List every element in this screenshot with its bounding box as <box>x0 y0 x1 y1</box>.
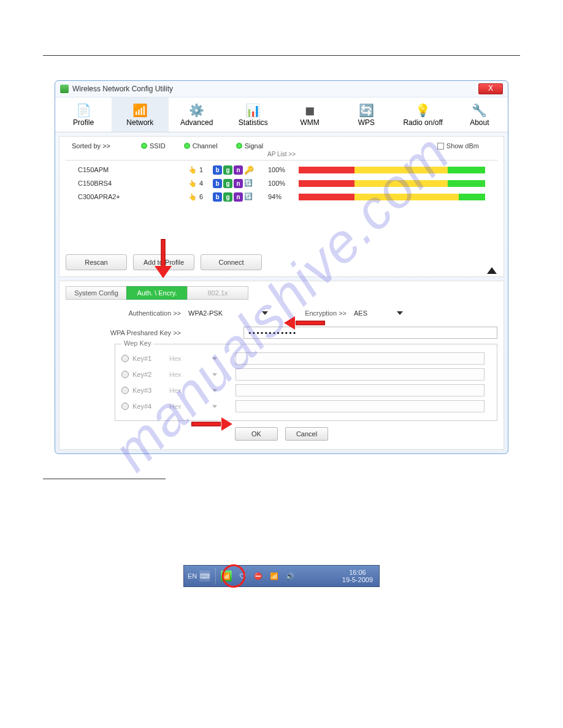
wep-radio[interactable] <box>121 387 129 394</box>
ap-row[interactable]: C150BRS4👆4bgn🔃100% <box>66 176 497 190</box>
ap-ssid: C300APRA2+ <box>78 193 188 200</box>
signal-icon: 👆 <box>188 180 197 188</box>
wep-radio[interactable] <box>121 355 129 362</box>
refresh-icon: 🔃 <box>244 192 253 202</box>
ap-signal-pct: 100% <box>268 166 299 173</box>
taskbar: EN ⌨ 📶 🛡 ⛔ 📶 🔊 16:06 19-5-2009 <box>183 565 380 587</box>
wep-row: Key#4Hex <box>121 398 484 414</box>
tool-about-label: About <box>470 118 489 127</box>
tool-advanced[interactable]: ⚙️Advanced <box>169 97 225 132</box>
tool-about[interactable]: 🔧About <box>451 97 508 132</box>
lang-indicator[interactable]: EN <box>188 572 197 580</box>
tray-wireless-icon[interactable]: 📶 <box>221 571 232 582</box>
chevron-down-icon[interactable] <box>212 357 217 360</box>
sort-row: Sorted by >> SSID Channel Signal Show dB… <box>66 140 497 151</box>
sort-channel[interactable]: Channel <box>184 142 218 150</box>
signal-bar <box>299 194 485 200</box>
chevron-down-icon[interactable] <box>212 373 217 376</box>
signal-icon: 👆 <box>188 166 197 174</box>
wep-fieldset: Wep Key Key#1HexKey#2HexKey#3HexKey#4Hex <box>115 344 497 421</box>
auth-dropdown-icon[interactable] <box>262 311 268 315</box>
wep-radio[interactable] <box>121 371 129 378</box>
enc-value: AES <box>354 307 391 319</box>
signal-bar <box>299 180 485 187</box>
wep-row: Key#3Hex <box>121 382 484 398</box>
badge-n-icon: n <box>234 179 243 188</box>
action-buttons-row: Rescan Add to Profile Connect <box>66 252 497 270</box>
tray-alert-icon[interactable]: ⛔ <box>253 571 264 582</box>
tray-clock[interactable]: 16:06 19-5-2009 <box>342 569 375 583</box>
tool-radio[interactable]: 💡Radio on/off <box>395 97 451 132</box>
close-button[interactable]: X <box>478 83 503 94</box>
psk-line: WPA Preshared Key >> <box>66 327 497 339</box>
ap-channel: 1 <box>199 166 203 173</box>
tray-date: 19-5-2009 <box>342 576 373 583</box>
annotation-arrow-left <box>282 316 325 330</box>
rescan-button[interactable]: Rescan <box>66 254 127 270</box>
sort-ssid-label: SSID <box>150 142 166 150</box>
tray-shield-icon[interactable]: 🛡 <box>237 571 248 582</box>
sortby-label: Sorted by >> <box>72 142 110 150</box>
titlebar: Wireless Network Config Utility X <box>55 81 508 97</box>
wep-radio[interactable] <box>121 403 129 410</box>
tool-network-label: Network <box>126 118 153 127</box>
show-dbm[interactable]: Show dBm <box>437 142 479 150</box>
badge-n-icon: n <box>234 165 243 175</box>
tab-8021x[interactable]: 802.1x <box>187 286 248 300</box>
ap-flags: bgn🔑 <box>213 165 268 175</box>
badge-n-icon: n <box>234 192 243 202</box>
ap-ssid: C150APM <box>78 166 188 173</box>
signal-bar <box>299 167 485 173</box>
tray-signal-icon[interactable]: 📶 <box>269 571 280 582</box>
auth-value: WPA2-PSK <box>188 307 256 319</box>
dot-icon <box>236 143 242 149</box>
sort-channel-label: Channel <box>193 142 218 150</box>
chevron-down-icon[interactable] <box>212 405 217 408</box>
checkbox-icon[interactable] <box>437 143 444 150</box>
wep-input[interactable] <box>236 384 484 396</box>
tab-auth-encry[interactable]: Auth. \ Encry. <box>126 286 188 300</box>
cancel-button[interactable]: Cancel <box>285 427 328 441</box>
tab-system-config[interactable]: System Config <box>66 286 127 300</box>
ap-flags: bgn🔃 <box>213 192 268 202</box>
wep-key-label: Key#1 <box>132 355 169 362</box>
aplist-header: AP List >> <box>66 151 497 157</box>
wep-input[interactable] <box>236 352 484 365</box>
tool-statistics[interactable]: 📊Statistics <box>225 97 282 132</box>
ap-row[interactable]: C150APM👆1bgn🔑100% <box>66 163 497 176</box>
tool-profile[interactable]: 📄Profile <box>55 97 112 132</box>
ap-channel: 6 <box>199 193 203 200</box>
wep-key-label: Key#4 <box>132 403 169 410</box>
enc-dropdown-icon[interactable] <box>397 311 403 315</box>
aplist-divider <box>66 160 497 161</box>
tool-network[interactable]: 📶Network <box>112 97 168 132</box>
sort-ssid[interactable]: SSID <box>141 142 166 150</box>
chevron-down-icon[interactable] <box>212 389 217 392</box>
ap-flags: bgn🔃 <box>213 179 268 188</box>
ok-button[interactable]: OK <box>235 427 278 441</box>
connect-button[interactable]: Connect <box>201 254 262 270</box>
config-panel: System Config Auth. \ Encry. 802.1x Auth… <box>59 281 504 450</box>
ap-row[interactable]: C300APRA2+👆6bgn🔃94% <box>66 190 497 203</box>
tool-advanced-label: Advanced <box>180 118 213 127</box>
app-window: Wireless Network Config Utility X 📄Profi… <box>55 80 508 454</box>
tray-keyboard-icon[interactable]: ⌨ <box>199 571 210 582</box>
tray-volume-icon[interactable]: 🔊 <box>285 571 296 582</box>
ap-panel: Sorted by >> SSID Channel Signal Show dB… <box>59 136 504 277</box>
sort-signal[interactable]: Signal <box>236 142 264 150</box>
wep-input[interactable] <box>236 400 484 412</box>
config-tabs: System Config Auth. \ Encry. 802.1x <box>66 286 497 300</box>
wep-title: Wep Key <box>121 339 153 347</box>
tool-radio-label: Radio on/off <box>403 118 443 127</box>
top-toolbar: 📄Profile 📶Network ⚙️Advanced 📊Statistics… <box>55 97 508 132</box>
top-rule <box>43 55 520 56</box>
wep-key-label: Key#2 <box>132 371 169 378</box>
wep-input[interactable] <box>236 368 484 381</box>
app-icon <box>60 85 69 93</box>
tool-wmm[interactable]: ◼WMM <box>282 97 338 132</box>
refresh-icon: 🔃 <box>244 179 253 188</box>
badge-b-icon: b <box>213 179 222 188</box>
tool-wps[interactable]: 🔄WPS <box>338 97 394 132</box>
collapse-panel-arrow-icon[interactable] <box>487 267 497 274</box>
badge-g-icon: g <box>223 179 232 188</box>
